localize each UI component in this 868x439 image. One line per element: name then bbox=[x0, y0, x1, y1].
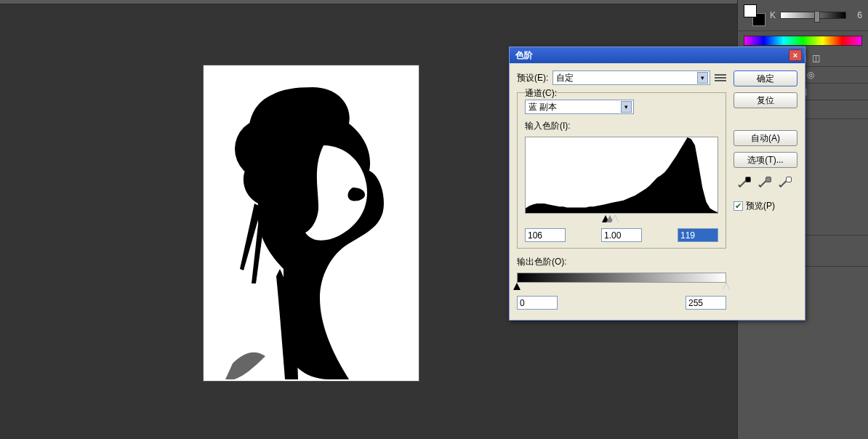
hue-spectrum-strip[interactable] bbox=[744, 36, 862, 46]
svg-point-1 bbox=[235, 118, 296, 180]
input-levels-label: 输入色阶(I): bbox=[525, 120, 718, 132]
color-swatch-row: K 6 bbox=[738, 0, 868, 31]
output-black-field[interactable] bbox=[517, 296, 558, 310]
adj-icon[interactable]: ◎ bbox=[807, 70, 814, 80]
histogram-chart bbox=[526, 137, 718, 213]
input-histogram[interactable] bbox=[525, 137, 718, 214]
white-point-slider[interactable] bbox=[611, 215, 619, 222]
output-slider-track[interactable] bbox=[517, 284, 726, 291]
chevron-down-icon[interactable]: ▾ bbox=[621, 101, 632, 113]
foreground-color-swatch[interactable] bbox=[744, 4, 757, 17]
input-white-field[interactable] bbox=[678, 228, 718, 242]
portrait-image bbox=[204, 65, 419, 381]
preset-value: 自定 bbox=[556, 72, 574, 84]
preset-select[interactable]: 自定 ▾ bbox=[552, 71, 710, 85]
output-levels-label: 输出色阶(O): bbox=[517, 256, 726, 268]
levels-dialog: 色阶 × 预设(E): 自定 ▾ 通道(C): 蓝 副本 ▾ bbox=[509, 47, 805, 321]
chevron-down-icon[interactable]: ▾ bbox=[697, 72, 708, 84]
input-slider-track[interactable] bbox=[525, 217, 718, 224]
output-white-slider[interactable] bbox=[723, 283, 730, 290]
k-channel-label: K bbox=[770, 10, 776, 20]
channel-fieldset: 通道(C): 蓝 副本 ▾ 输入色阶(I): bbox=[517, 92, 726, 249]
gray-eyedropper-icon[interactable] bbox=[758, 175, 773, 190]
preset-label: 预设(E): bbox=[517, 72, 548, 84]
preview-label: 预览(P) bbox=[746, 200, 775, 212]
auto-button[interactable]: 自动(A) bbox=[734, 130, 797, 146]
k-value: 6 bbox=[851, 10, 862, 20]
preview-checkbox[interactable]: ✔ bbox=[734, 201, 743, 211]
preset-menu-icon[interactable] bbox=[715, 73, 726, 83]
reset-button[interactable]: 复位 bbox=[734, 92, 797, 108]
output-white-field[interactable] bbox=[686, 296, 726, 310]
document-image[interactable] bbox=[204, 65, 419, 381]
white-eyedropper-icon[interactable] bbox=[779, 175, 793, 190]
adj-icon[interactable]: ◫ bbox=[812, 53, 820, 63]
channel-label: 通道(C): bbox=[525, 88, 557, 98]
close-icon[interactable]: × bbox=[789, 49, 802, 61]
black-eyedropper-icon[interactable] bbox=[738, 175, 752, 190]
input-gamma-field[interactable] bbox=[601, 228, 642, 242]
dialog-titlebar[interactable]: 色阶 × bbox=[510, 47, 805, 63]
ok-button[interactable]: 确定 bbox=[734, 71, 797, 86]
options-button[interactable]: 选项(T)... bbox=[734, 152, 797, 168]
k-slider[interactable] bbox=[780, 12, 846, 19]
output-gradient[interactable] bbox=[517, 273, 726, 283]
output-black-slider[interactable] bbox=[513, 283, 521, 290]
channel-select[interactable]: 蓝 副本 ▾ bbox=[525, 100, 634, 114]
eyedropper-group bbox=[734, 175, 797, 190]
fg-bg-swatch[interactable] bbox=[744, 4, 765, 26]
input-black-field[interactable] bbox=[525, 228, 566, 242]
channel-value: 蓝 副本 bbox=[529, 101, 557, 113]
dialog-title: 色阶 bbox=[513, 49, 533, 62]
